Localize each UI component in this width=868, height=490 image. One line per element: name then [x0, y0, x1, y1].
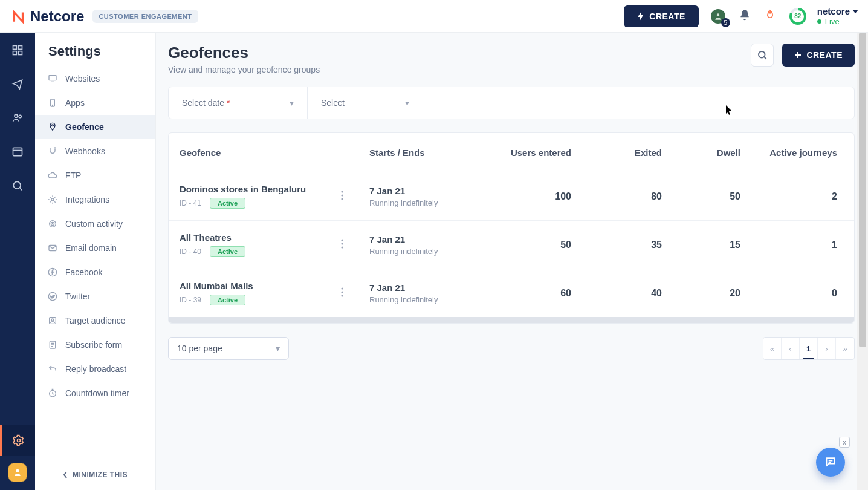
svg-point-13: [52, 105, 53, 105]
select-filter[interactable]: Select ▾: [308, 87, 423, 119]
bell-icon[interactable]: [739, 9, 751, 24]
header-create-button[interactable]: CREATE: [624, 5, 699, 27]
cursor-icon: [725, 105, 734, 116]
col-starts: Starts / Ends: [358, 148, 479, 158]
help-icon[interactable]: [8, 463, 27, 482]
svg-point-32: [341, 243, 343, 244]
sidebar-item-twitter[interactable]: Twitter: [35, 284, 155, 309]
dashboard-icon[interactable]: [11, 44, 24, 57]
bolt-icon: [637, 11, 644, 21]
row-exited: 40: [582, 288, 673, 299]
search-button[interactable]: [751, 44, 774, 67]
chat-fab[interactable]: [816, 448, 845, 477]
row-entered: 100: [479, 191, 582, 202]
sidebar-item-websites[interactable]: Websites: [35, 67, 155, 91]
sidebar-item-facebook[interactable]: Facebook: [35, 260, 155, 284]
analytics-icon[interactable]: [11, 179, 24, 192]
chevron-left-icon: [63, 471, 68, 479]
settings-rail-item[interactable]: [0, 425, 35, 456]
page-subtitle: View and manage your geofence groups: [168, 65, 320, 74]
reply-icon: [47, 364, 58, 374]
svg-point-28: [341, 191, 343, 192]
svg-point-24: [51, 319, 53, 321]
row-actions-kebab[interactable]: [337, 187, 347, 206]
geofence-name: All Theatres: [180, 232, 245, 243]
minimize-label: MINIMIZE THIS: [73, 471, 128, 479]
campaigns-icon[interactable]: [11, 77, 24, 91]
monitor-icon: [47, 73, 58, 84]
page-next[interactable]: ›: [818, 338, 836, 359]
sidebar-item-subscribe-form[interactable]: Subscribe form: [35, 333, 155, 357]
row-actions-kebab[interactable]: [337, 284, 347, 303]
health-score-value: 82: [794, 13, 801, 19]
sidebar-item-webhooks[interactable]: Webhooks: [35, 139, 155, 163]
notification-count-badge: 5: [721, 18, 730, 27]
plus-icon: [794, 51, 802, 59]
per-page-select[interactable]: 10 per page ▾: [168, 337, 289, 360]
sidebar-item-label: Countdown timer: [65, 388, 129, 398]
nav-rail: [0, 33, 35, 490]
row-dwell: 15: [673, 240, 751, 250]
per-page-label: 10 per page: [177, 344, 222, 353]
org-switcher[interactable]: netcore Live: [817, 6, 858, 27]
sidebar-item-ftp[interactable]: FTP: [35, 163, 155, 188]
page-last[interactable]: »: [836, 338, 854, 359]
health-score[interactable]: 82: [789, 8, 806, 25]
table-row[interactable]: Dominos stores in BengaluruID - 41Active…: [169, 172, 854, 220]
page-prev[interactable]: ‹: [782, 338, 800, 359]
svg-point-19: [52, 223, 53, 224]
hook-icon: [47, 146, 58, 157]
table-row[interactable]: All TheatresID - 40Active7 Jan 21Running…: [169, 220, 854, 269]
table-row[interactable]: All Mumbai MallsID - 39Active7 Jan 21Run…: [169, 269, 854, 317]
status-badge: Active: [210, 295, 245, 305]
svg-point-16: [51, 198, 54, 201]
window-scrollbar[interactable]: [857, 33, 868, 490]
create-geofence-button[interactable]: CREATE: [782, 44, 855, 67]
page-first[interactable]: «: [763, 338, 782, 359]
svg-point-15: [54, 148, 56, 149]
table-hscrollbar[interactable]: [169, 317, 854, 323]
timer-icon: [47, 388, 58, 399]
sidebar-item-label: Facebook: [65, 267, 102, 277]
geofence-name: Dominos stores in Bengaluru: [180, 184, 306, 194]
sidebar-item-email-domain[interactable]: Email domain: [35, 236, 155, 260]
form-icon: [47, 339, 58, 350]
minimize-sidebar[interactable]: MINIMIZE THIS: [35, 460, 155, 490]
svg-point-35: [341, 291, 343, 293]
svg-point-6: [19, 115, 21, 117]
svg-point-0: [716, 13, 719, 16]
flame-icon[interactable]: [764, 8, 776, 24]
status-badge: Active: [210, 246, 245, 257]
sidebar-item-label: Reply broadcast: [65, 364, 126, 374]
sidebar-item-integrations[interactable]: Integrations: [35, 188, 155, 212]
sidebar-item-geofence[interactable]: Geofence: [35, 115, 155, 139]
col-journeys: Active journeys: [751, 148, 848, 158]
chat-icon: [824, 456, 837, 468]
row-actions-kebab[interactable]: [337, 235, 347, 255]
col-entered: Users entered: [479, 148, 582, 158]
page-current[interactable]: 1: [800, 338, 818, 359]
row-running: Running indefinitely: [369, 247, 468, 256]
row-running: Running indefinitely: [369, 295, 468, 304]
sidebar-item-countdown-timer[interactable]: Countdown timer: [35, 381, 155, 405]
date-filter[interactable]: Select date * ▾: [169, 87, 308, 119]
chat-close[interactable]: x: [839, 437, 850, 448]
row-exited: 80: [582, 191, 673, 202]
sidebar-item-reply-broadcast[interactable]: Reply broadcast: [35, 357, 155, 381]
pin-icon: [47, 122, 58, 132]
svg-point-14: [52, 125, 54, 126]
module-chip: CUSTOMER ENGAGEMENT: [92, 10, 198, 23]
sidebar-item-custom-activity[interactable]: Custom activity: [35, 212, 155, 236]
row-journeys: 1: [751, 240, 848, 250]
svg-rect-1: [13, 46, 17, 50]
sidebar-item-apps[interactable]: Apps: [35, 91, 155, 115]
search-icon: [757, 50, 768, 60]
geofence-id: ID - 40: [180, 247, 201, 256]
audience-icon[interactable]: [11, 111, 24, 125]
announcements-avatar[interactable]: 5: [711, 9, 725, 24]
row-dwell: 50: [673, 191, 751, 202]
brand-logo: Netcore: [11, 8, 84, 25]
svg-point-29: [341, 194, 343, 196]
content-icon[interactable]: [11, 145, 24, 158]
sidebar-item-target-audience[interactable]: Target audience: [35, 309, 155, 333]
